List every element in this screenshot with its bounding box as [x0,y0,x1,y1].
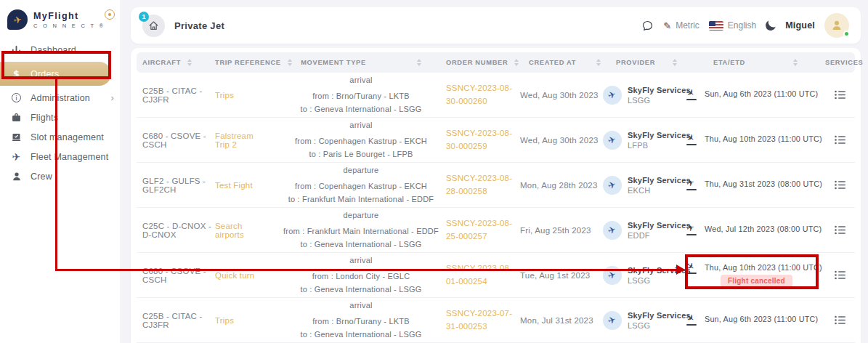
order-number-link[interactable]: SSNCY-2023-07-31-000253 [446,309,512,330]
order-number-link[interactable]: SSNCY-2023-08-28-000258 [446,174,512,195]
metric-label: Metric [676,20,699,31]
column-header-movement-type[interactable]: MOVEMENT TYPE [276,59,446,66]
order-number-link[interactable]: SSNCY-2023-08-25-000257 [446,219,512,240]
sidebar-item-crew[interactable]: Crew [0,166,120,186]
created-at-cell: Wed, Aug 30th 2023 [520,91,603,100]
provider-cell: ✈ SkyFly ServicesLFPB [603,131,686,150]
sort-icon [673,59,677,66]
trip-reference-link[interactable]: Falstream Trip 2 [215,132,253,149]
table-row[interactable]: C680 - CSOVE - CSCH Quick turn arrival f… [137,253,855,298]
services-button[interactable] [825,135,855,145]
provider-logo-icon: ✈ [603,86,622,105]
services-button[interactable] [825,180,855,190]
movement-cell: departure from : Copenhagen Kastrup - EK… [276,164,446,205]
avatar[interactable] [824,13,849,38]
order-number-link[interactable]: SSNCY-2023-08-01-000254 [446,264,512,285]
movement-cell: arrival from : London City - EGLC to : G… [276,254,446,295]
eta-cell: ✈ Thu, Aug 10th 2023 (11:00 UTC) Flight … [686,263,825,287]
services-button[interactable] [825,315,855,325]
language-label: English [728,20,756,31]
sort-icon [187,59,192,66]
services-button[interactable] [825,90,855,100]
pencil-icon: ✎ [663,20,671,31]
sidebar-item-label: Dashboard [31,45,76,55]
table-row[interactable]: C25C - D-CNOX - D-CNOX Search airports d… [137,208,855,253]
sidebar-item-label: Fleet Management [31,152,108,162]
services-button[interactable] [825,270,855,280]
created-at-cell: Mon, Aug 28th 2023 [520,181,603,190]
aircraft-cell: GLF2 - GULFS - GLF2CH [142,177,215,194]
chat-icon[interactable] [641,20,654,32]
provider-cell: ✈ SkyFly ServicesLSGG [603,266,686,285]
provider-logo-icon: ✈ [603,311,622,330]
sidebar-item-flights[interactable]: Flights [0,108,120,127]
created-at-cell: Fri, Aug 25th 2023 [520,226,603,235]
notification-badge: 1 [139,12,149,22]
sidebar-item-administration[interactable]: i Administration › [0,88,120,108]
sort-icon [596,59,601,66]
order-number-link[interactable]: SSNCY-2023-08-30-000260 [446,84,512,105]
plane-landing-icon: ✈ [686,134,699,145]
column-header-trip-reference[interactable]: TRIP REFERENCE [215,59,276,66]
plane-landing-icon: ✈ [686,262,699,274]
trip-reference-link[interactable]: Trips [215,316,234,325]
aircraft-cell: C25B - CITAC - CJ3FR [142,86,215,104]
column-header-provider[interactable]: PROVIDER [603,59,686,66]
eta-cell: ✈ Sun, Aug 6th 2023 (11:00 UTC) [686,315,825,326]
column-header-order-number[interactable]: ORDER NUMBER [446,59,520,66]
table-row[interactable]: GLF2 - GULFS - GLF2CH Test Fight departu… [137,163,855,208]
table-row[interactable]: C25B - CITAC - CJ3FR Trips arrival from … [137,298,855,343]
table-row[interactable]: C25B - CITAC - CJ3FR Trips arrival from … [137,73,855,118]
brand-name: MyFlight [33,11,105,21]
sidebar-item-slot-management[interactable]: Slot management [0,127,120,147]
trip-reference-link[interactable]: Quick turn [215,271,254,280]
brand-pin-icon: ✈ [7,9,28,30]
us-flag-icon [709,21,723,31]
sidebar-collapse-icon[interactable] [105,9,115,20]
top-bar: 1 Private Jet ✎ Metric English Miguel [131,7,861,44]
dollar-icon: $ [10,68,23,79]
brand-logo: ✈ MyFlight C O N N E C T ® [0,0,120,36]
sidebar-item-orders[interactable]: $ Orders [0,62,111,86]
order-number-link[interactable]: SSNCY-2023-08-30-000259 [446,129,512,150]
table-row[interactable]: C680 - CSOVE - CSCH Falstream Trip 2 arr… [137,118,855,163]
trip-reference-link[interactable]: Test Fight [215,181,253,190]
home-icon[interactable]: 1 [142,15,165,37]
column-header-aircraft[interactable]: AIRCRAFT [142,59,215,66]
column-header-created-at[interactable]: CREATED AT [520,59,603,66]
sidebar-item-label: Slot management [31,132,104,142]
provider-logo-icon: ✈ [603,176,622,195]
briefcase-icon [10,112,23,123]
column-header-eta-etd[interactable]: ETA/ETD [686,59,825,66]
flight-cancelled-badge: Flight cancelled [721,275,792,287]
sort-icon [514,59,519,66]
eta-cell: ✈ Thu, Aug 31st 2023 (08:00 UTC) [686,179,825,190]
slot-device-icon [10,132,23,142]
services-button[interactable] [825,225,855,235]
aircraft-cell: C25B - CITAC - CJ3FR [142,312,215,329]
aircraft-cell: C680 - CSOVE - CSCH [142,267,215,284]
sidebar: ✈ MyFlight C O N N E C T ® Dashboard $ O… [0,0,120,343]
dashboard-icon [10,44,23,55]
language-selector[interactable]: English [709,20,756,31]
sidebar-item-dashboard[interactable]: Dashboard [0,40,120,60]
brand-subname: C O N N E C T ® [33,23,105,29]
trip-reference-link[interactable]: Trips [215,91,234,100]
sidebar-nav: Dashboard $ Orders i Administration › Fl… [0,40,120,186]
provider-cell: ✈ SkyFly ServicesLSGG [603,86,686,105]
info-icon: i [10,93,23,102]
sort-icon [417,59,421,66]
main-area: 1 Private Jet ✎ Metric English Miguel [120,0,868,343]
units-toggle[interactable]: ✎ Metric [663,20,699,31]
dark-mode-toggle[interactable] [766,20,776,31]
aircraft-cell: C25C - D-CNOX - D-CNOX [142,222,215,239]
sidebar-item-label: Orders [31,69,59,79]
column-header-services[interactable]: SERVICES [825,59,863,66]
provider-cell: ✈ SkyFly ServicesEDDF [603,221,686,240]
trip-reference-link[interactable]: Search airports [215,222,244,239]
movement-cell: arrival from : Brno/Turany - LKTB to : G… [276,74,446,115]
sidebar-item-fleet-management[interactable]: ✈ Fleet Management [0,147,120,166]
plane-takeoff-icon: ✈ [686,224,699,235]
person-icon [10,172,23,182]
provider-logo-icon: ✈ [603,221,622,240]
